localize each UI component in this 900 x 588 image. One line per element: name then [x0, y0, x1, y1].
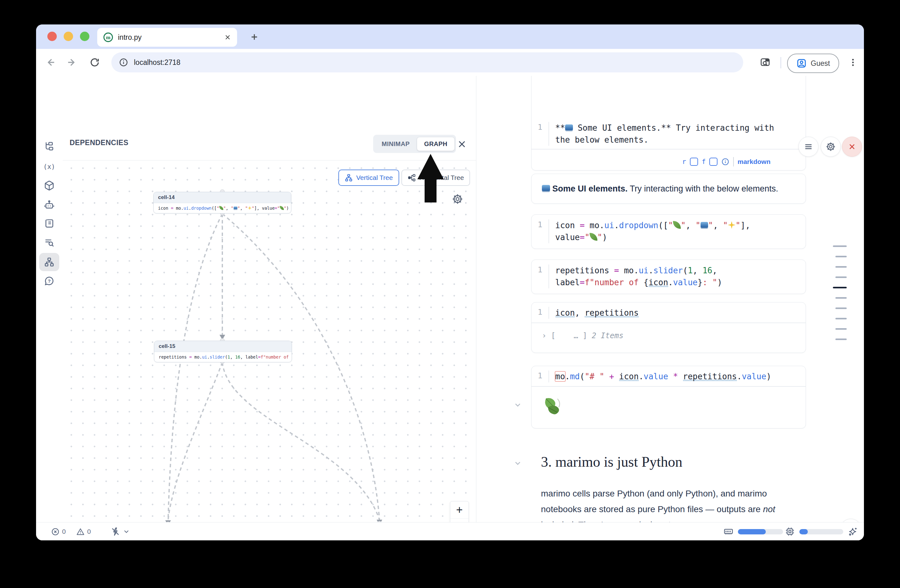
errors-indicator[interactable]: 0: [51, 523, 66, 540]
sidebar-item-packages[interactable]: [39, 176, 59, 195]
ram-icon: [723, 526, 734, 537]
sidebar-item-file-tree[interactable]: [39, 137, 59, 155]
new-tab-button[interactable]: [247, 29, 262, 45]
tuple-output-row[interactable]: › [ … ] 2 Items: [532, 323, 805, 340]
graph-node-cell-15[interactable]: cell-15 repetitions = mo.ui.slider(1, 16…: [154, 341, 292, 362]
markdown-cell-card[interactable]: 1 ** Some UI elements.** Try interacting…: [531, 76, 806, 170]
browser-tab[interactable]: m intro.py: [97, 28, 237, 47]
sidebar-item-help[interactable]: ?: [39, 272, 59, 290]
screen: m intro.py localhost:2718: [0, 0, 900, 588]
tab-title: intro.py: [118, 33, 224, 42]
line-number: 1: [532, 122, 548, 132]
code-cell-dropdown[interactable]: 1 icon = mo.ui.dropdown(["", "", ""],val…: [531, 214, 806, 249]
f-toggle-label: f: [702, 158, 706, 166]
r-toggle-label: r: [682, 158, 686, 166]
cell-menu-button[interactable]: [798, 137, 818, 157]
code-cell-code[interactable]: icon = mo.ui.dropdown(["", "", ""],value…: [549, 220, 750, 243]
code-cell-code[interactable]: mo.md("# " + icon.value * repetitions.va…: [549, 370, 771, 382]
traffic-minimize-button[interactable]: [64, 32, 73, 41]
ram-usage-fill: [738, 529, 766, 534]
minimap-marker[interactable]: [835, 277, 847, 278]
tab-minimap[interactable]: MINIMAP: [375, 137, 416, 151]
cell-footer: r f markdown: [682, 157, 771, 166]
minimap-marker[interactable]: [835, 297, 847, 299]
tab-search-icon[interactable]: [757, 54, 773, 70]
code-cell-code[interactable]: icon, repetitions: [549, 307, 639, 319]
ram-usage-bar: [738, 529, 783, 534]
ram-usage: [723, 523, 783, 540]
ai-assistant-button[interactable]: [848, 523, 858, 540]
cpu-usage-fill: [799, 529, 808, 534]
vertical-tree-label: Vertical Tree: [356, 174, 393, 181]
sidebar-item-ai-chat[interactable]: [39, 196, 59, 214]
warnings-indicator[interactable]: 0: [76, 523, 91, 540]
reload-icon[interactable]: [87, 54, 102, 70]
warning-count: 0: [87, 528, 91, 535]
markdown-cell-code[interactable]: ** Some UI elements.** Try interacting w…: [549, 122, 774, 146]
tab-graph[interactable]: GRAPH: [417, 137, 454, 151]
shutdown-button[interactable]: [842, 137, 862, 157]
leaf-emoji-output: [532, 387, 805, 417]
sidebar-item-variables[interactable]: (x): [39, 157, 59, 175]
code-cell-slider[interactable]: 1 repetitions = mo.ui.slider(1, 16,label…: [531, 260, 806, 294]
panel-close-icon[interactable]: [456, 138, 468, 150]
sidebar-rail: (x) ?: [36, 76, 63, 522]
node-title: cell-14: [154, 192, 291, 203]
svg-text:m: m: [106, 34, 110, 40]
browser-menu-icon[interactable]: [845, 54, 861, 70]
r-toggle-checkbox[interactable]: [690, 158, 698, 166]
minimap-marker[interactable]: [835, 266, 847, 268]
code-cell-tuple[interactable]: 1 icon, repetitions › [ … ] 2 Items: [531, 302, 806, 353]
section-paragraph-1: marimo cells parse Python (and only Pyth…: [541, 486, 760, 522]
node-code: icon = mo.ui.dropdown(["", "", ""], valu…: [154, 203, 291, 213]
node-title: cell-15: [154, 341, 292, 352]
svg-text:(x): (x): [43, 163, 55, 170]
tab-close-icon[interactable]: [224, 34, 231, 41]
profile-button[interactable]: Guest: [787, 54, 839, 73]
vertical-tree-button[interactable]: Vertical Tree: [338, 170, 399, 186]
sidebar-item-dependencies[interactable]: [39, 253, 59, 271]
cpu-usage: [785, 523, 843, 540]
minimap-marker-active[interactable]: [833, 287, 847, 288]
markdown-output-card: Some UI elements. Try interacting with t…: [531, 174, 806, 204]
stop-kernel-button[interactable]: [840, 519, 861, 522]
autorun-toggle[interactable]: [111, 523, 130, 540]
graph-node-cell-14[interactable]: cell-14 icon = mo.ui.dropdown(["", "", "…: [154, 192, 291, 214]
section-collapse-chevron-icon[interactable]: [514, 459, 522, 468]
forward-icon[interactable]: [64, 54, 80, 70]
notebook-settings-button[interactable]: [821, 137, 841, 157]
cell-language-label[interactable]: markdown: [737, 158, 771, 166]
sidebar-item-search[interactable]: [39, 234, 59, 252]
toolbar-divider: [781, 57, 781, 68]
minimap-marker[interactable]: [833, 245, 847, 247]
minimap-marker[interactable]: [835, 308, 847, 309]
status-bar: 0 0: [36, 522, 864, 540]
code-cell-md-call[interactable]: 1 mo.md("# " + icon.value * repetitions.…: [531, 366, 806, 429]
browser-tabstrip: m intro.py: [36, 25, 864, 49]
minimap-marker[interactable]: [835, 339, 847, 340]
traffic-zoom-button[interactable]: [80, 32, 89, 41]
sidebar-item-logs[interactable]: [39, 215, 59, 233]
zoom-out-button[interactable]: −: [450, 519, 469, 522]
output-collapse-chevron-icon[interactable]: [514, 401, 522, 409]
zoom-in-button[interactable]: +: [450, 501, 469, 519]
code-cell-code[interactable]: repetitions = mo.ui.slider(1, 16,label=f…: [549, 265, 722, 288]
cell-info-icon[interactable]: [721, 158, 729, 166]
panel-view-toggle: MINIMAP GRAPH: [373, 135, 456, 153]
graph-settings-icon[interactable]: [450, 192, 465, 206]
line-number: 1: [532, 220, 548, 229]
markdown-output-text: Some UI elements. Try interacting with t…: [542, 184, 778, 194]
minimap-marker[interactable]: [835, 256, 847, 257]
marimo-logo-icon: m: [103, 32, 113, 43]
minimap-marker[interactable]: [835, 318, 847, 319]
site-info-icon[interactable]: [119, 58, 128, 67]
f-toggle-checkbox[interactable]: [709, 158, 717, 166]
dependency-graph-canvas[interactable]: Vertical Tree Horizontal Tree cell-14 ic…: [63, 161, 476, 522]
svg-text:?: ?: [48, 279, 51, 284]
error-count: 0: [62, 528, 66, 535]
cpu-icon: [785, 526, 795, 537]
traffic-close-button[interactable]: [47, 32, 57, 41]
minimap-marker[interactable]: [835, 328, 847, 330]
url-bar[interactable]: localhost:2718: [111, 53, 743, 73]
back-icon[interactable]: [42, 54, 58, 70]
